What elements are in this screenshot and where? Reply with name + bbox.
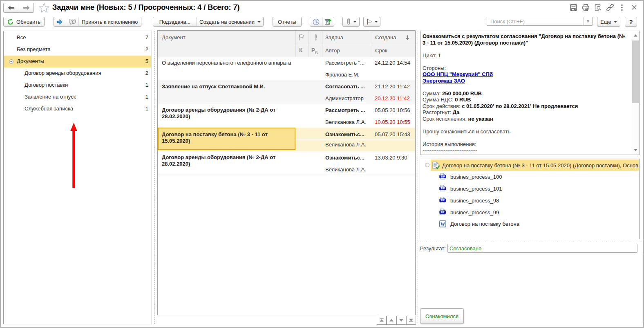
svg-text:?: ? <box>71 19 73 23</box>
svg-text:W: W <box>441 222 445 227</box>
